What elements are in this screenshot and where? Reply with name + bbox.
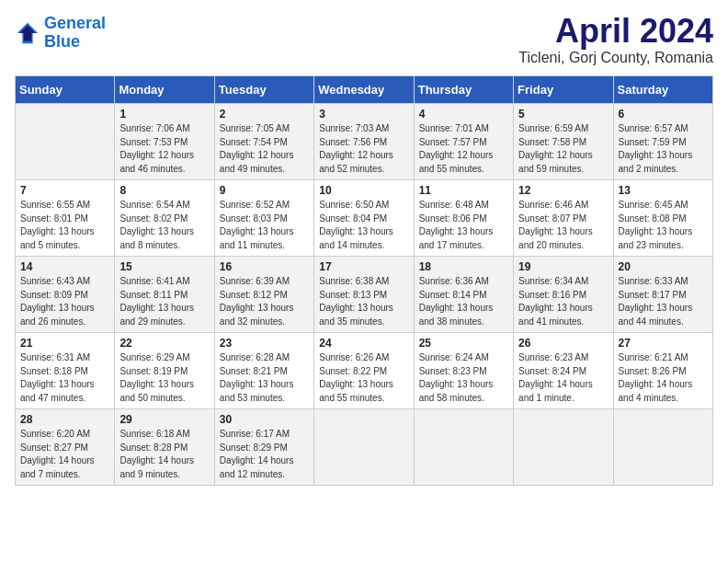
calendar-cell: 13Sunrise: 6:45 AM Sunset: 8:08 PM Dayli… [613, 180, 712, 257]
day-content: Sunrise: 6:43 AM Sunset: 8:09 PM Dayligh… [20, 275, 109, 328]
day-number: 7 [20, 184, 109, 197]
calendar-cell: 14Sunrise: 6:43 AM Sunset: 8:09 PM Dayli… [16, 257, 115, 333]
day-number: 28 [20, 413, 109, 426]
calendar-cell: 21Sunrise: 6:31 AM Sunset: 8:18 PM Dayli… [16, 333, 115, 409]
day-content: Sunrise: 6:26 AM Sunset: 8:22 PM Dayligh… [319, 351, 408, 405]
calendar-week-3: 14Sunrise: 6:43 AM Sunset: 8:09 PM Dayli… [16, 257, 713, 333]
day-number: 11 [419, 184, 508, 197]
day-content: Sunrise: 6:50 AM Sunset: 8:04 PM Dayligh… [319, 199, 408, 252]
calendar-week-1: 1Sunrise: 7:06 AM Sunset: 7:53 PM Daylig… [16, 104, 713, 180]
day-content: Sunrise: 6:57 AM Sunset: 7:59 PM Dayligh… [619, 122, 708, 176]
calendar-cell: 7Sunrise: 6:55 AM Sunset: 8:01 PM Daylig… [16, 180, 115, 257]
day-number: 30 [220, 413, 309, 426]
day-number: 8 [119, 184, 209, 197]
col-header-monday: Monday [115, 76, 214, 104]
day-number: 21 [20, 337, 109, 350]
day-content: Sunrise: 7:05 AM Sunset: 7:54 PM Dayligh… [220, 122, 309, 176]
day-content: Sunrise: 6:46 AM Sunset: 8:07 PM Dayligh… [518, 199, 608, 252]
day-number: 4 [419, 108, 508, 121]
day-content: Sunrise: 6:28 AM Sunset: 8:21 PM Dayligh… [220, 351, 309, 405]
calendar-cell: 28Sunrise: 6:20 AM Sunset: 8:27 PM Dayli… [16, 409, 115, 486]
calendar-cell: 27Sunrise: 6:21 AM Sunset: 8:26 PM Dayli… [613, 333, 712, 409]
col-header-thursday: Thursday [414, 76, 513, 104]
day-number: 13 [619, 184, 708, 197]
page-header: General Blue April 2024 Ticleni, Gorj Co… [15, 15, 713, 66]
day-number: 29 [119, 413, 209, 426]
day-content: Sunrise: 6:36 AM Sunset: 8:14 PM Dayligh… [419, 275, 508, 328]
location-title: Ticleni, Gorj County, Romania [518, 50, 713, 66]
day-number: 19 [518, 260, 608, 273]
calendar-cell: 8Sunrise: 6:54 AM Sunset: 8:02 PM Daylig… [115, 180, 214, 257]
calendar-cell: 11Sunrise: 6:48 AM Sunset: 8:06 PM Dayli… [414, 180, 513, 257]
col-header-sunday: Sunday [16, 76, 115, 104]
day-number: 16 [220, 260, 309, 273]
calendar-cell: 9Sunrise: 6:52 AM Sunset: 8:03 PM Daylig… [214, 180, 313, 257]
day-number: 6 [619, 108, 708, 121]
day-number: 17 [319, 260, 408, 273]
calendar-cell: 18Sunrise: 6:36 AM Sunset: 8:14 PM Dayli… [414, 257, 513, 333]
day-number: 5 [518, 108, 608, 121]
calendar-cell: 3Sunrise: 7:03 AM Sunset: 7:56 PM Daylig… [314, 104, 414, 180]
col-header-tuesday: Tuesday [214, 76, 313, 104]
calendar-cell: 16Sunrise: 6:39 AM Sunset: 8:12 PM Dayli… [214, 257, 313, 333]
day-number: 12 [518, 184, 608, 197]
calendar-cell [314, 409, 414, 486]
calendar-cell: 1Sunrise: 7:06 AM Sunset: 7:53 PM Daylig… [115, 104, 214, 180]
col-header-friday: Friday [514, 76, 613, 104]
calendar-cell: 5Sunrise: 6:59 AM Sunset: 7:58 PM Daylig… [514, 104, 613, 180]
logo-text: General Blue [44, 15, 106, 52]
calendar-cell [613, 409, 712, 486]
day-number: 27 [619, 337, 708, 350]
calendar-table: SundayMondayTuesdayWednesdayThursdayFrid… [15, 75, 713, 486]
day-number: 25 [419, 337, 508, 350]
logo: General Blue [15, 15, 106, 52]
day-number: 10 [319, 184, 408, 197]
calendar-cell: 29Sunrise: 6:18 AM Sunset: 8:28 PM Dayli… [115, 409, 214, 486]
day-number: 18 [419, 260, 508, 273]
day-content: Sunrise: 6:55 AM Sunset: 8:01 PM Dayligh… [20, 199, 109, 252]
calendar-cell: 23Sunrise: 6:28 AM Sunset: 8:21 PM Dayli… [214, 333, 313, 409]
day-content: Sunrise: 6:38 AM Sunset: 8:13 PM Dayligh… [319, 275, 408, 328]
day-content: Sunrise: 6:59 AM Sunset: 7:58 PM Dayligh… [518, 122, 608, 176]
calendar-cell: 15Sunrise: 6:41 AM Sunset: 8:11 PM Dayli… [115, 257, 214, 333]
day-number: 26 [518, 337, 608, 350]
day-content: Sunrise: 6:52 AM Sunset: 8:03 PM Dayligh… [220, 199, 309, 252]
calendar-cell: 17Sunrise: 6:38 AM Sunset: 8:13 PM Dayli… [314, 257, 414, 333]
day-content: Sunrise: 6:24 AM Sunset: 8:23 PM Dayligh… [419, 351, 508, 405]
day-content: Sunrise: 6:39 AM Sunset: 8:12 PM Dayligh… [220, 275, 309, 328]
title-block: April 2024 Ticleni, Gorj County, Romania [518, 15, 713, 66]
day-content: Sunrise: 7:06 AM Sunset: 7:53 PM Dayligh… [119, 122, 209, 176]
calendar-cell: 20Sunrise: 6:33 AM Sunset: 8:17 PM Dayli… [613, 257, 712, 333]
calendar-cell: 30Sunrise: 6:17 AM Sunset: 8:29 PM Dayli… [214, 409, 313, 486]
day-number: 14 [20, 260, 109, 273]
day-content: Sunrise: 6:48 AM Sunset: 8:06 PM Dayligh… [419, 199, 508, 252]
day-content: Sunrise: 6:29 AM Sunset: 8:19 PM Dayligh… [119, 351, 209, 405]
calendar-cell: 22Sunrise: 6:29 AM Sunset: 8:19 PM Dayli… [115, 333, 214, 409]
day-content: Sunrise: 6:45 AM Sunset: 8:08 PM Dayligh… [619, 199, 708, 252]
day-content: Sunrise: 6:21 AM Sunset: 8:26 PM Dayligh… [619, 351, 708, 405]
logo-icon [15, 20, 40, 46]
calendar-cell [414, 409, 513, 486]
day-content: Sunrise: 6:34 AM Sunset: 8:16 PM Dayligh… [518, 275, 608, 328]
day-number: 15 [119, 260, 209, 273]
day-number: 9 [220, 184, 309, 197]
day-content: Sunrise: 6:33 AM Sunset: 8:17 PM Dayligh… [619, 275, 708, 328]
day-content: Sunrise: 6:18 AM Sunset: 8:28 PM Dayligh… [119, 428, 209, 481]
day-number: 23 [220, 337, 309, 350]
calendar-cell: 10Sunrise: 6:50 AM Sunset: 8:04 PM Dayli… [314, 180, 414, 257]
day-content: Sunrise: 6:31 AM Sunset: 8:18 PM Dayligh… [20, 351, 109, 405]
calendar-header-row: SundayMondayTuesdayWednesdayThursdayFrid… [16, 76, 713, 104]
month-title: April 2024 [518, 15, 713, 48]
day-number: 2 [220, 108, 309, 121]
day-number: 3 [319, 108, 408, 121]
col-header-wednesday: Wednesday [314, 76, 414, 104]
calendar-week-4: 21Sunrise: 6:31 AM Sunset: 8:18 PM Dayli… [16, 333, 713, 409]
calendar-cell: 2Sunrise: 7:05 AM Sunset: 7:54 PM Daylig… [214, 104, 313, 180]
calendar-cell [16, 104, 115, 180]
calendar-cell: 19Sunrise: 6:34 AM Sunset: 8:16 PM Dayli… [514, 257, 613, 333]
svg-marker-1 [20, 25, 36, 40]
day-number: 20 [619, 260, 708, 273]
calendar-cell [514, 409, 613, 486]
calendar-cell: 12Sunrise: 6:46 AM Sunset: 8:07 PM Dayli… [514, 180, 613, 257]
day-content: Sunrise: 7:03 AM Sunset: 7:56 PM Dayligh… [319, 122, 408, 176]
